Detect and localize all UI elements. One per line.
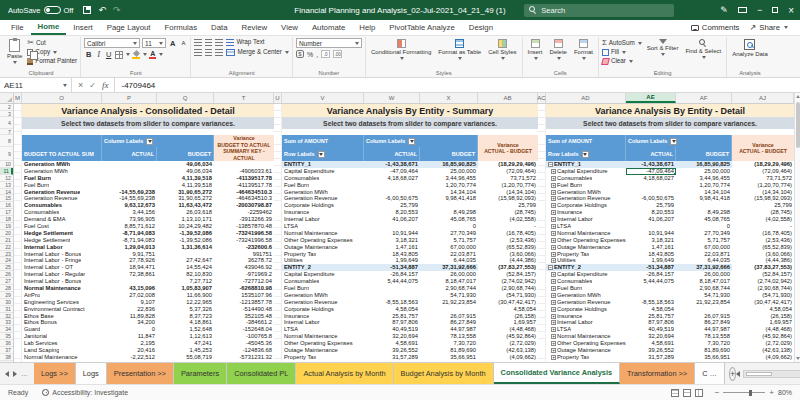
variance-cell[interactable]: -2259462 (214, 209, 274, 216)
actual-cell[interactable] (364, 285, 420, 292)
actual-cell[interactable] (626, 292, 676, 299)
budget-cell[interactable]: 25,00,000 (420, 168, 478, 175)
actual-cell[interactable]: 1,29,04,013 (102, 244, 157, 251)
budget-cell[interactable]: 22,03,871 (420, 251, 478, 258)
prev-sheet-icon[interactable] (5, 371, 9, 377)
accounting-format-icon[interactable] (296, 50, 304, 58)
variance-cell[interactable]: (45,92,864) (478, 333, 538, 340)
row-label-cell[interactable]: Fuel Burn (282, 285, 364, 292)
row-label-cell[interactable]: Corporate Holdings (282, 306, 364, 313)
row-label-cell[interactable]: ENTITY_1 (282, 161, 364, 168)
ribbon-tab-automate[interactable]: Automate (305, 20, 352, 35)
actual-cell[interactable]: 4,18,68,027 (626, 175, 676, 182)
expand-icon[interactable]: + (551, 238, 556, 243)
actual-cell[interactable]: -26,84,157 (626, 271, 676, 278)
variance-cell[interactable]: (15,98,92,093) (732, 195, 794, 202)
row-label-cell[interactable]: Demand & EMA (22, 216, 102, 223)
variance-cell[interactable]: 73,71,572 (478, 175, 538, 182)
variance-cell[interactable]: (18,29,29,496) (732, 161, 794, 168)
actual-cell[interactable]: 41,06,207 (364, 216, 420, 223)
budget-cell[interactable]: 4,11,39,518 (157, 175, 214, 182)
budget-cell[interactable]: 67,00,000 (420, 244, 478, 251)
row-label-cell[interactable]: +Normal Maintenance (546, 230, 626, 237)
row-header-15[interactable]: 15 (0, 195, 13, 202)
column-labels-cell[interactable]: Column Labels (626, 135, 732, 147)
expand-icon[interactable]: + (551, 348, 556, 353)
wrap-text-button[interactable]: Wrap Text (226, 38, 264, 46)
scroll-up-icon[interactable] (796, 95, 800, 98)
zoom-level[interactable]: 80% (778, 389, 792, 396)
budget-cell[interactable]: 9,98,41,418 (676, 195, 732, 202)
row-label-cell[interactable]: Consumables (22, 202, 102, 209)
actual-cell[interactable]: 4,58,054 (364, 306, 420, 313)
budget-cell[interactable]: 14,55,424 (157, 264, 214, 271)
find-select-button[interactable]: Find & Select (683, 38, 723, 60)
variance-cell[interactable]: (54,71,930) (732, 292, 794, 299)
actual-cell[interactable]: 34,200 (102, 319, 157, 326)
budget-cell[interactable]: -1,39,52,086 (157, 237, 214, 244)
column-labels-cell[interactable]: Column Labels (364, 135, 478, 147)
column-header-p[interactable]: P (102, 93, 157, 103)
number-format-select[interactable]: Number (296, 38, 362, 48)
variance-cell[interactable]: -3913266.39 (214, 216, 274, 223)
expand-icon[interactable]: + (551, 169, 556, 174)
column-labels-cell[interactable]: Column Labels (102, 135, 214, 147)
budget-cell[interactable]: 27,70,349 (676, 230, 732, 237)
row-label-cell[interactable]: Internal Labor - Bonus (22, 278, 102, 285)
actual-cell[interactable]: 4,18,68,027 (364, 175, 420, 182)
actual-cell[interactable]: 11,847 (102, 333, 157, 340)
cell-styles-button[interactable]: Cell Styles (486, 38, 518, 61)
column-header-t[interactable]: T (214, 93, 274, 103)
variance-cell[interactable]: (72,09,464) (732, 168, 794, 175)
sheet-tab-actual-analysis-by-month[interactable]: Actual Analysis by Month (296, 363, 393, 384)
budget-cell[interactable]: 25,00,000 (676, 168, 732, 175)
row-label-cell[interactable]: Environmental Contract (22, 306, 102, 313)
sheet-tab-logs[interactable]: Logs >> (34, 363, 76, 384)
variance-cell[interactable]: (42,63,138) (478, 347, 538, 354)
variance-cell[interactable]: 1,69,957 (478, 319, 538, 326)
budget-cell[interactable]: 82,10,830 (157, 271, 214, 278)
column-labels-filter-icon[interactable] (408, 138, 415, 145)
spacer-column-u[interactable] (274, 104, 282, 362)
variance-cell[interactable]: (4,09,662) (732, 354, 794, 361)
row-header-21[interactable]: 21 (0, 237, 13, 244)
row-label-cell[interactable]: Generation Revenue (282, 299, 364, 306)
budget-cell[interactable]: 0 (676, 223, 732, 230)
close-button[interactable] (788, 5, 794, 16)
conditional-formatting-button[interactable]: Conditional Formatting (369, 38, 433, 61)
row-label-cell[interactable]: +Fuel Burn (546, 285, 626, 292)
variance-cell[interactable]: (2,53,436) (478, 237, 538, 244)
format-cells-button[interactable]: Format (572, 38, 595, 61)
budget-cell[interactable]: 21,92,23,854 (676, 299, 732, 306)
row-labels-cell[interactable]: BUDGET TO ACTUAL SUM (22, 147, 102, 161)
budget-cell[interactable]: 78,13,558 (676, 333, 732, 340)
row-label-cell[interactable]: Property Tax (282, 251, 364, 258)
budget-cell[interactable] (420, 202, 478, 209)
actual-cell[interactable]: 40,49,519 (626, 326, 676, 333)
budget-cell[interactable]: 7,30,720 (676, 340, 732, 347)
variance-cell[interactable]: (4,02,558) (732, 216, 794, 223)
row-header-20[interactable]: 20 (0, 230, 13, 237)
actual-cell[interactable]: 3,18,321 (364, 237, 420, 244)
row-label-cell[interactable]: +Outage Maintenance (546, 347, 626, 354)
row-label-cell[interactable]: Capital Expenditure (282, 168, 364, 175)
variance-cell[interactable]: -45045.36 (214, 340, 274, 347)
next-sheet-icon[interactable] (13, 371, 17, 377)
budget-cell[interactable]: 1,31,36,614 (157, 244, 214, 251)
expand-icon[interactable]: + (551, 334, 556, 339)
variance-cell[interactable]: (4,09,662) (478, 354, 538, 361)
actual-cell[interactable]: 40,49,519 (364, 326, 420, 333)
variance-cell[interactable]: -20030798.87 (214, 202, 274, 209)
variance-cell[interactable]: 4,58,054 (478, 306, 538, 313)
sheet-tab-presentation[interactable]: Presentation >> (107, 363, 174, 384)
row-label-cell[interactable]: +LTSA (546, 223, 626, 230)
actual-cell[interactable]: 20,416 (102, 347, 157, 354)
budget-cell[interactable]: 11,66,900 (157, 292, 214, 299)
variance-cell[interactable]: -6268810.98 (214, 285, 274, 292)
actual-cell[interactable]: -47,09,464 (364, 168, 420, 175)
row-header-26[interactable]: 26 (0, 271, 13, 278)
actual-cell[interactable]: 4,58,054 (626, 306, 676, 313)
row-header-23[interactable]: 23 (0, 251, 13, 258)
variance-cell[interactable]: (37,83,27,553) (478, 264, 538, 271)
variance-cell[interactable]: (30,47,42,417) (478, 299, 538, 306)
